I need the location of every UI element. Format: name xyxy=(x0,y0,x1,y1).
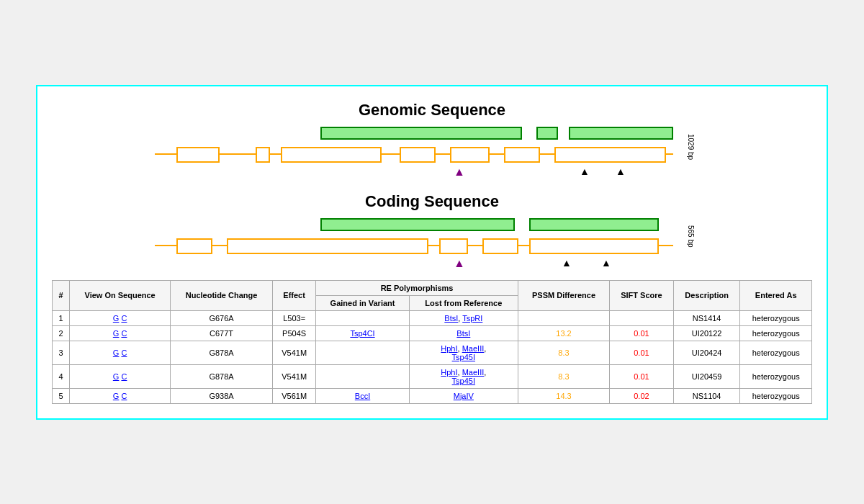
col-view: View On Sequence xyxy=(70,280,171,310)
row-pssm-2: 13.2 xyxy=(518,325,609,341)
view-c-link-1[interactable]: C xyxy=(121,314,127,323)
data-table: # View On Sequence Nucleotide Change Eff… xyxy=(52,280,812,404)
col-num: # xyxy=(53,280,70,310)
main-container: Genomic Sequence xyxy=(36,85,828,420)
row-gained-5[interactable]: BccI xyxy=(316,388,410,403)
row-effect-1: L503= xyxy=(272,310,315,325)
row-sift-3: 0.01 xyxy=(610,341,674,364)
row-effect-5: V561M xyxy=(272,388,315,403)
genomic-green-box-2 xyxy=(536,127,558,140)
row-description-4: UI20459 xyxy=(673,364,740,388)
view-c-link-3[interactable]: C xyxy=(121,348,127,357)
genomic-green-box-3 xyxy=(569,127,673,140)
view-c-link-2[interactable]: C xyxy=(121,329,127,338)
marker-black-2: ▲ xyxy=(616,166,626,177)
marker-black-1: ▲ xyxy=(580,166,590,177)
coding-exon-2 xyxy=(227,238,428,254)
genomic-green-track xyxy=(155,127,673,143)
row-lost-2[interactable]: BtsI xyxy=(409,325,518,341)
pssm-val-2: 13.2 xyxy=(556,329,571,338)
genomic-exon-4 xyxy=(400,147,436,163)
coding-marker-black-1: ▲ xyxy=(562,257,572,269)
coding-orange-track xyxy=(155,237,673,256)
view-g-link-1[interactable]: G xyxy=(113,314,120,323)
col-description: Description xyxy=(673,280,740,310)
lost-link-5-0[interactable]: MjaIV xyxy=(454,392,474,400)
lost-link-1-0[interactable]: BtsI xyxy=(444,314,458,323)
row-gained-4 xyxy=(316,364,410,388)
row-gained-2[interactable]: Tsp4CI xyxy=(316,325,410,341)
row-num-4: 4 xyxy=(53,364,70,388)
genomic-section: Genomic Sequence xyxy=(52,101,812,181)
coding-bp-label: 565 bp xyxy=(687,225,695,248)
pssm-val-4: 8.3 xyxy=(558,372,569,381)
row-lost-5[interactable]: MjaIV xyxy=(409,388,518,403)
genomic-title: Genomic Sequence xyxy=(52,101,812,120)
row-view-1[interactable]: G C xyxy=(70,310,171,325)
coding-green-box-2 xyxy=(529,218,659,231)
pssm-val-5: 14.3 xyxy=(556,392,571,400)
row-view-4[interactable]: G C xyxy=(70,364,171,388)
row-effect-2: P504S xyxy=(272,325,315,341)
row-pssm-5: 14.3 xyxy=(518,388,609,403)
row-lost-4[interactable]: HphI, MaeIII,Tsp45I xyxy=(409,364,518,388)
genomic-orange-track xyxy=(155,145,673,164)
row-description-3: UI20424 xyxy=(673,341,740,364)
row-effect-3: V541M xyxy=(272,341,315,364)
row-nucleotide-3: G878A xyxy=(171,341,273,364)
genomic-diagram-area: ▲ ▲ ▲ 1029 bp xyxy=(155,127,673,181)
row-entered-4: heterozygous xyxy=(740,364,812,388)
view-c-link-4[interactable]: C xyxy=(121,372,127,381)
coding-marker-black-2: ▲ xyxy=(601,257,611,269)
genomic-exon-7 xyxy=(554,147,666,163)
gained-link-5[interactable]: BccI xyxy=(355,392,370,400)
col-pssm: PSSM Difference xyxy=(518,280,609,310)
coding-exon-3 xyxy=(439,238,468,254)
coding-exon-4 xyxy=(482,238,518,254)
row-view-3[interactable]: G C xyxy=(70,341,171,364)
coding-markers: ▲ ▲ ▲ xyxy=(155,257,673,273)
col-gained: Gained in Variant xyxy=(316,295,410,310)
gained-link-2[interactable]: Tsp4CI xyxy=(350,329,374,338)
view-g-link-3[interactable]: G xyxy=(113,348,120,357)
row-description-2: UI20122 xyxy=(673,325,740,341)
coding-exon-5 xyxy=(529,238,659,254)
genomic-exon-3 xyxy=(281,147,382,163)
row-effect-4: V541M xyxy=(272,364,315,388)
genomic-markers: ▲ ▲ ▲ xyxy=(155,166,673,181)
row-pssm-3: 8.3 xyxy=(518,341,609,364)
row-view-2[interactable]: G C xyxy=(70,325,171,341)
genomic-diagram: ▲ ▲ ▲ 1029 bp xyxy=(52,127,812,181)
row-num-5: 5 xyxy=(53,388,70,403)
coding-diagram-area: ▲ ▲ ▲ 565 bp xyxy=(155,218,673,273)
row-nucleotide-5: G938A xyxy=(171,388,273,403)
row-nucleotide-4: G878A xyxy=(171,364,273,388)
genomic-green-box-1 xyxy=(320,127,522,140)
coding-diagram: ▲ ▲ ▲ 565 bp xyxy=(52,218,812,273)
col-re: RE Polymorphisms xyxy=(316,280,518,295)
row-sift-5: 0.02 xyxy=(610,388,674,403)
col-sift: SIFT Score xyxy=(610,280,674,310)
view-g-link-4[interactable]: G xyxy=(113,372,120,381)
row-view-5[interactable]: G C xyxy=(70,388,171,403)
view-g-link-5[interactable]: G xyxy=(113,392,120,400)
col-nucleotide: Nucleotide Change xyxy=(171,280,273,310)
row-sift-4: 0.01 xyxy=(610,364,674,388)
row-description-5: NS1104 xyxy=(673,388,740,403)
pssm-val-3: 8.3 xyxy=(558,348,569,357)
row-lost-1[interactable]: BtsI, TspRI xyxy=(409,310,518,325)
coding-marker-purple: ▲ xyxy=(454,257,465,270)
row-pssm-1 xyxy=(518,310,609,325)
sift-val-2: 0.01 xyxy=(634,329,649,338)
view-c-link-5[interactable]: C xyxy=(121,392,127,400)
col-effect: Effect xyxy=(272,280,315,310)
sift-val-4: 0.01 xyxy=(634,372,649,381)
view-g-link-2[interactable]: G xyxy=(113,329,120,338)
coding-green-box-1 xyxy=(320,218,515,231)
lost-link-2-0[interactable]: BtsI xyxy=(456,329,470,338)
sift-val-3: 0.01 xyxy=(634,348,649,357)
lost-link-1-1[interactable]: TspRI xyxy=(462,314,482,323)
row-lost-3[interactable]: HphI, MaeIII,Tsp45I xyxy=(409,341,518,364)
sift-val-5: 0.02 xyxy=(634,392,649,400)
coding-green-track xyxy=(155,218,673,234)
